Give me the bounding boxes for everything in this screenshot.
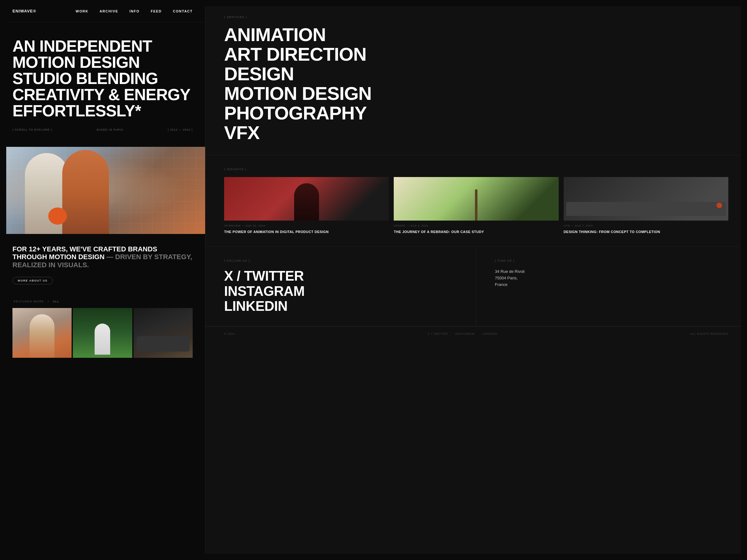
insights-label: ( INSIGHTS ) — [224, 168, 728, 171]
card-golf-person — [95, 324, 110, 355]
featured-work-section: FEATURED WORK / ALL — [0, 291, 205, 358]
car-headlight — [566, 202, 726, 216]
insight-img-2 — [394, 177, 558, 220]
hero-image — [0, 147, 205, 234]
work-card-3[interactable] — [133, 308, 193, 358]
insight-img-3 — [564, 177, 728, 220]
linkedin-link[interactable]: LINKEDIN — [224, 299, 457, 314]
insight-title-1: THE POWER OF ANIMATION IN DIGITAL PRODUC… — [224, 230, 389, 234]
footer-twitter[interactable]: X / TWITTER — [428, 332, 447, 336]
insight-meta-1: INTERVIEW / AUG 10, 2024 — [224, 224, 389, 227]
insights-grid: INTERVIEW / AUG 10, 2024 THE POWER OF AN… — [224, 177, 728, 234]
bottom-section: ( FOLLOW US ) X / TWITTER INSTAGRAM LINK… — [205, 247, 747, 326]
scroll-label: ( SCROLL TO EXPLORE ) — [12, 128, 52, 131]
about-section: FOR 12+ YEARS, WE'VE CRAFTED BRANDS THRO… — [0, 234, 205, 291]
all-work-link[interactable]: ALL — [53, 300, 59, 303]
nav-contact[interactable]: CONTACT — [173, 9, 193, 13]
twitter-link[interactable]: X / TWITTER — [224, 268, 457, 284]
nav: ENIWAVE® WORK ARCHIVE INFO FEED CONTACT — [0, 0, 205, 22]
figure-right — [62, 150, 109, 234]
insight-title-2: THE JOURNEY OF A REBRAND: OUR CASE STUDY — [394, 230, 558, 234]
more-about-us-button[interactable]: MORE ABOUT US — [12, 277, 53, 284]
hero-title: AN INDEPENDENT MOTION DESIGN STUDIO BLEN… — [12, 38, 193, 119]
footer-instagram[interactable]: INSTAGRAM — [455, 332, 475, 336]
insight-card-2[interactable]: UPDATE / AUG 8, 2024 THE JOURNEY OF A RE… — [394, 177, 558, 234]
based-label: BASED IN PARIS — [97, 128, 123, 131]
footer: © 2024 X / TWITTER INSTAGRAM LINKEDIN AL… — [205, 326, 747, 341]
nav-info[interactable]: INFO — [129, 9, 139, 13]
service-1: ANIMATION — [224, 25, 728, 45]
service-2: ART DIRECTION — [224, 45, 728, 64]
logo[interactable]: ENIWAVE® — [12, 9, 36, 14]
services-section: ( SERVICES ) ANIMATION ART DIRECTION DES… — [205, 0, 747, 155]
follow-label: ( FOLLOW US ) — [224, 259, 457, 262]
card-car — [137, 336, 189, 351]
insight-card-1[interactable]: INTERVIEW / AUG 10, 2024 THE POWER OF AN… — [224, 177, 389, 234]
nav-links: WORK ARCHIVE INFO FEED CONTACT — [76, 9, 193, 13]
palm-trunk — [475, 189, 478, 220]
footer-links: X / TWITTER INSTAGRAM LINKEDIN — [428, 332, 497, 336]
work-card-1[interactable] — [12, 308, 72, 358]
hero-section: AN INDEPENDENT MOTION DESIGN STUDIO BLEN… — [0, 22, 205, 147]
card-person-1 — [30, 314, 54, 358]
right-panel: ( SERVICES ) ANIMATION ART DIRECTION DES… — [205, 0, 747, 560]
service-6: VFX — [224, 123, 728, 142]
service-3: DESIGN — [224, 64, 728, 84]
footer-linkedin[interactable]: LINKEDIN — [482, 332, 497, 336]
featured-label: FEATURED WORK / ALL — [12, 300, 193, 303]
left-panel: ENIWAVE® WORK ARCHIVE INFO FEED CONTACT … — [0, 0, 205, 560]
service-4: MOTION DESIGN — [224, 84, 728, 103]
insight-title-3: DESIGN THINKING: FROM CONCEPT TO COMPLET… — [564, 230, 728, 234]
work-grid — [12, 308, 193, 358]
social-section: ( FOLLOW US ) X / TWITTER INSTAGRAM LINK… — [205, 247, 476, 326]
address: 34 Rue de Rivoli 75004 Paris, France — [495, 268, 728, 288]
service-5: PHOTOGRAPHY — [224, 103, 728, 123]
find-us-section: ( FIND US ) 34 Rue de Rivoli 75004 Paris… — [476, 247, 747, 326]
taillight — [717, 203, 722, 208]
insight-meta-2: UPDATE / AUG 8, 2024 — [394, 224, 558, 227]
all-rights: ALL RIGHTS RESERVED — [690, 332, 728, 336]
insights-section: ( INSIGHTS ) INTERVIEW / AUG 10, 2024 TH… — [205, 155, 747, 247]
insight-person — [294, 183, 319, 220]
insight-card-3[interactable]: LIFE / AUG 7, 2024 DESIGN THINKING: FROM… — [564, 177, 728, 234]
social-links: X / TWITTER INSTAGRAM LINKEDIN — [224, 268, 457, 314]
find-label: ( FIND US ) — [495, 259, 728, 262]
orange-prop — [48, 208, 67, 224]
services-label: ( SERVICES ) — [224, 16, 728, 19]
nav-archive[interactable]: ARCHIVE — [100, 9, 118, 13]
instagram-link[interactable]: INSTAGRAM — [224, 284, 457, 299]
insight-img-1 — [224, 177, 389, 220]
years-label: ( 2013 — 2024 ) — [168, 128, 193, 131]
insight-meta-3: LIFE / AUG 7, 2024 — [564, 224, 728, 227]
copyright: © 2024 — [224, 332, 235, 336]
nav-work[interactable]: WORK — [76, 9, 88, 13]
about-title: FOR 12+ YEARS, WE'VE CRAFTED BRANDS THRO… — [12, 245, 193, 269]
services-list: ANIMATION ART DIRECTION DESIGN MOTION DE… — [224, 25, 728, 142]
nav-feed[interactable]: FEED — [151, 9, 161, 13]
hero-meta: ( SCROLL TO EXPLORE ) BASED IN PARIS ( 2… — [12, 128, 193, 131]
work-card-2[interactable] — [73, 308, 132, 358]
